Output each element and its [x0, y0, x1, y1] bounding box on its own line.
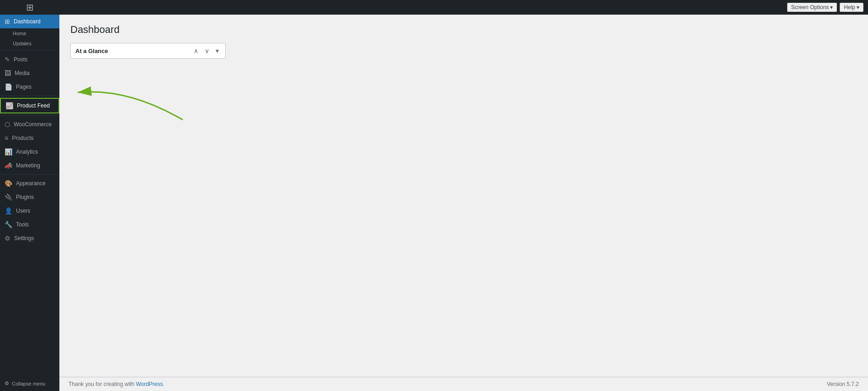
- sidebar-users-label: Users: [16, 208, 30, 214]
- divider-4: [0, 174, 59, 175]
- sidebar-item-users[interactable]: 👤 Users: [0, 204, 59, 218]
- at-a-glance-widget: At a Glance ∧ ∨ ▾: [70, 43, 226, 59]
- plugins-icon: 🔌: [5, 193, 12, 201]
- sidebar-item-product-feed[interactable]: 📈 Product Feed: [0, 98, 59, 113]
- pages-icon: 📄: [5, 83, 12, 91]
- sidebar-analytics-label: Analytics: [16, 149, 38, 155]
- help-label: Help: [844, 4, 855, 11]
- widget-title: At a Glance: [75, 48, 189, 54]
- analytics-icon: 📊: [5, 148, 12, 155]
- sidebar-appearance-label: Appearance: [16, 180, 46, 187]
- settings-icon: ⚙: [5, 235, 11, 242]
- page-title: Dashboard: [70, 24, 857, 36]
- widget-collapse-up-button[interactable]: ∧: [192, 46, 200, 55]
- sidebar-item-posts[interactable]: ✎ Posts: [0, 53, 59, 66]
- sidebar-posts-label: Posts: [14, 56, 27, 63]
- sidebar-item-pages[interactable]: 📄 Pages: [0, 80, 59, 94]
- sidebar-item-settings[interactable]: ⚙ Settings: [0, 231, 59, 245]
- sidebar-plugins-label: Plugins: [16, 194, 34, 200]
- footer-text: Thank you for creating with: [69, 381, 136, 387]
- sidebar-item-plugins[interactable]: 🔌 Plugins: [0, 190, 59, 204]
- sidebar-item-products[interactable]: ≡ Products: [0, 131, 59, 145]
- collapse-icon: ⚙: [5, 380, 9, 386]
- sidebar-item-woocommerce[interactable]: ⬡ WooCommerce: [0, 118, 59, 131]
- media-icon: 🖼: [5, 70, 11, 77]
- footer-period: .: [163, 381, 164, 387]
- updates-label: Updates: [13, 41, 32, 46]
- sidebar-settings-label: Settings: [14, 235, 34, 241]
- collapse-label: Collapse menu: [12, 381, 45, 386]
- sidebar-item-media[interactable]: 🖼 Media: [0, 66, 59, 80]
- home-label: Home: [13, 31, 26, 36]
- help-button[interactable]: Help ▾: [840, 3, 863, 12]
- sidebar-item-tools[interactable]: 🔧 Tools: [0, 218, 59, 231]
- screen-options-arrow: ▾: [830, 4, 833, 11]
- widget-collapse-down-button[interactable]: ∨: [203, 46, 211, 55]
- sidebar-item-analytics[interactable]: 📊 Analytics: [0, 145, 59, 159]
- product-feed-icon: 📈: [5, 102, 13, 109]
- sidebar-subitem-home[interactable]: Home: [0, 28, 59, 38]
- footer-wordpress-link[interactable]: WordPress: [136, 381, 163, 387]
- appearance-icon: 🎨: [5, 180, 12, 187]
- marketing-icon: 📣: [5, 162, 12, 169]
- products-icon: ≡: [5, 134, 8, 142]
- sidebar-products-label: Products: [12, 135, 33, 141]
- sidebar-marketing-label: Marketing: [16, 162, 40, 169]
- sidebar-woocommerce-label: WooCommerce: [14, 121, 52, 128]
- main-layout: ⊞ Dashboard Home Updates ✎ Posts 🖼 Media…: [0, 15, 868, 391]
- woocommerce-icon: ⬡: [5, 121, 10, 128]
- main-content: Dashboard At a Glance ∧ ∨ ▾ Thank you fo: [59, 15, 868, 391]
- sidebar-pages-label: Pages: [16, 84, 32, 90]
- sidebar-dashboard-label: Dashboard: [14, 18, 41, 25]
- footer-version: Version 5.7.2: [827, 381, 859, 387]
- top-right-buttons: Screen Options ▾ Help ▾: [787, 3, 863, 12]
- users-icon: 👤: [5, 207, 12, 214]
- sidebar-collapse-button[interactable]: ⚙ Collapse menu: [0, 376, 59, 391]
- wp-logo: ⊞: [0, 2, 59, 13]
- dashboard-icon: ⊞: [5, 18, 10, 25]
- posts-icon: ✎: [5, 56, 10, 63]
- sidebar-tools-label: Tools: [16, 221, 29, 228]
- screen-options-button[interactable]: Screen Options ▾: [787, 3, 837, 12]
- widget-expand-button[interactable]: ▾: [214, 46, 221, 55]
- footer-thank-you: Thank you for creating with WordPress.: [69, 381, 164, 387]
- sidebar-product-feed-label: Product Feed: [17, 102, 50, 109]
- wp-footer: Thank you for creating with WordPress. V…: [59, 377, 868, 391]
- sidebar: ⊞ Dashboard Home Updates ✎ Posts 🖼 Media…: [0, 15, 59, 391]
- help-arrow: ▾: [857, 4, 859, 11]
- sidebar-subitem-updates[interactable]: Updates: [0, 38, 59, 48]
- annotation-arrow: [59, 15, 868, 391]
- divider-3: [0, 115, 59, 116]
- tools-icon: 🔧: [5, 221, 12, 228]
- divider-1: [0, 50, 59, 51]
- sidebar-item-dashboard[interactable]: ⊞ Dashboard: [0, 15, 59, 28]
- admin-top-bar: ⊞: [0, 0, 868, 15]
- sidebar-item-marketing[interactable]: 📣 Marketing: [0, 159, 59, 172]
- sidebar-item-appearance[interactable]: 🎨 Appearance: [0, 177, 59, 190]
- divider-2: [0, 96, 59, 96]
- screen-options-label: Screen Options: [791, 4, 829, 11]
- sidebar-media-label: Media: [15, 70, 30, 76]
